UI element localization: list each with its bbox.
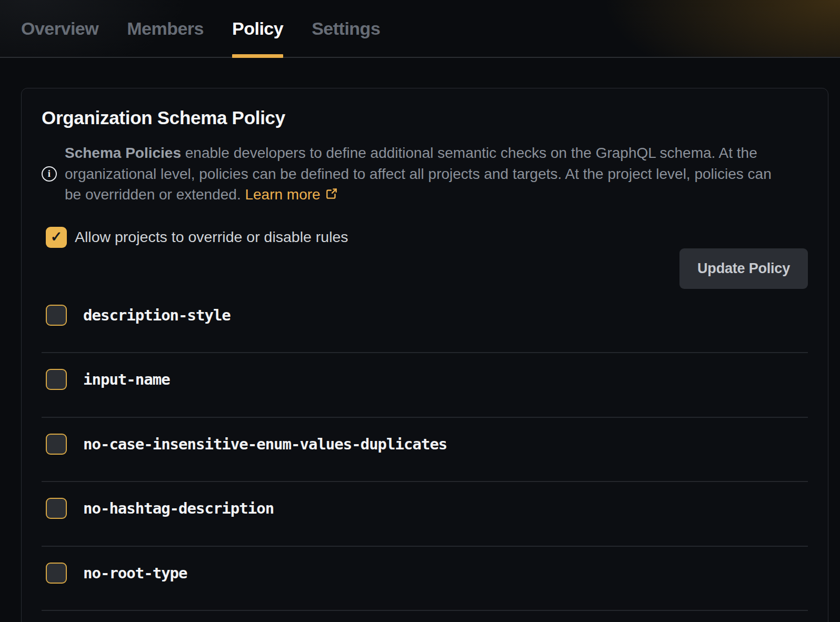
- rule-name[interactable]: no-root-type: [83, 563, 187, 584]
- update-policy-button[interactable]: Update Policy: [679, 248, 808, 289]
- policy-description-lead: Schema Policies: [65, 145, 181, 161]
- rule-checkbox[interactable]: [46, 563, 67, 584]
- update-policy-row: Update Policy: [42, 248, 808, 289]
- check-icon: ✓: [51, 230, 63, 244]
- rule-checkbox[interactable]: [46, 498, 67, 519]
- allow-override-checkbox[interactable]: ✓: [46, 227, 67, 248]
- rule-name[interactable]: no-hashtag-description: [83, 498, 274, 519]
- tab-settings[interactable]: Settings: [312, 0, 380, 57]
- rule-name[interactable]: description-style: [83, 305, 231, 326]
- policy-rules-list: description-style input-name no-case-ins…: [42, 289, 808, 611]
- tab-label: Settings: [312, 18, 380, 39]
- schema-policy-card: Organization Schema Policy i Schema Poli…: [21, 88, 828, 622]
- page-title: Organization Schema Policy: [42, 107, 808, 128]
- info-circle-icon: i: [42, 166, 57, 182]
- allow-override-row: ✓ Allow projects to override or disable …: [42, 227, 808, 248]
- policy-info-callout: i Schema Policies enable developers to d…: [42, 143, 789, 205]
- rule-checkbox[interactable]: [46, 434, 67, 455]
- tab-policy[interactable]: Policy: [232, 0, 283, 57]
- tab-overview[interactable]: Overview: [21, 0, 98, 57]
- learn-more-label: Learn more: [245, 186, 320, 203]
- rule-checkbox[interactable]: [46, 369, 67, 390]
- rule-name[interactable]: input-name: [83, 369, 170, 390]
- policy-rule-row: no-root-type: [42, 547, 808, 611]
- policy-rule-row: description-style: [42, 289, 808, 354]
- tab-members[interactable]: Members: [127, 0, 204, 57]
- rule-checkbox[interactable]: [46, 305, 67, 326]
- policy-description: Schema Policies enable developers to def…: [65, 143, 789, 205]
- policy-rule-row: no-case-insensitive-enum-values-duplicat…: [42, 418, 808, 483]
- org-tab-bar: Overview Members Policy Settings: [0, 0, 840, 58]
- policy-rule-row: input-name: [42, 353, 808, 418]
- learn-more-link[interactable]: Learn more: [245, 186, 338, 203]
- tab-label: Overview: [21, 18, 98, 39]
- tab-label: Policy: [232, 18, 283, 39]
- external-link-icon: [325, 187, 338, 200]
- active-tab-underline: [232, 54, 283, 58]
- policy-rule-row: no-hashtag-description: [42, 482, 808, 547]
- rule-name[interactable]: no-case-insensitive-enum-values-duplicat…: [83, 434, 447, 455]
- allow-override-label[interactable]: Allow projects to override or disable ru…: [75, 228, 348, 246]
- tab-label: Members: [127, 18, 204, 39]
